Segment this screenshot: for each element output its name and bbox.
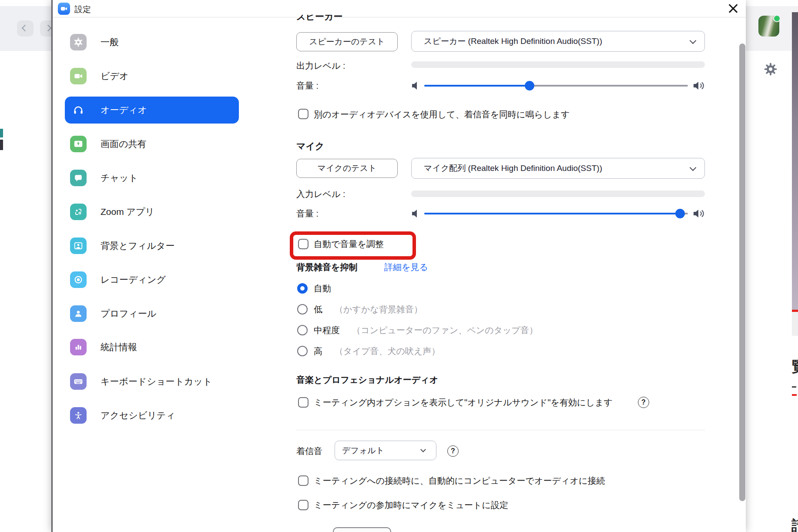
ringtone-value: デフォルト	[342, 445, 384, 456]
noise-option-low-radio[interactable]	[297, 304, 308, 315]
sidebar-item-label: アクセシビリティ	[101, 409, 175, 422]
noise-option-medium-radio[interactable]	[297, 325, 308, 335]
original-sound-checkbox[interactable]	[298, 397, 308, 408]
noise-option-auto-radio[interactable]	[297, 283, 308, 294]
sidebar-item-accessibility[interactable]: アクセシビリティ	[53, 398, 275, 432]
auto-adjust-volume-label: 自動で音量を調整	[314, 238, 384, 251]
sidebar-item-label: プロフィール	[101, 307, 156, 320]
original-sound-label: ミーティング内オプションを表示して"オリジナルサウンド"を有効にします	[314, 396, 613, 409]
sidebar-item-label: キーボードショートカット	[101, 375, 212, 388]
auto-join-audio-checkbox[interactable]	[298, 475, 308, 486]
help-icon[interactable]: ?	[447, 445, 459, 457]
noise-details-link[interactable]: 詳細を見る	[384, 261, 428, 274]
music-audio-heading: 音楽とプロフェショナルオーディオ	[296, 373, 438, 386]
background-window-edge	[792, 312, 798, 336]
sidebar-item-keyboard-shortcuts[interactable]: キーボードショートカット	[53, 365, 275, 398]
sidebar-item-label: チャット	[101, 171, 138, 184]
ring-both-devices-label: 別のオーディオデバイスを使用して、着信音を同時に鳴らします	[314, 108, 570, 121]
sidebar-item-recording[interactable]: レコーディング	[53, 263, 275, 297]
mute-on-join-checkbox[interactable]	[298, 500, 308, 510]
sidebar-item-label: Zoom アプリ	[101, 205, 154, 218]
noise-suppression-heading: 背景雑音を抑制	[296, 261, 357, 274]
mic-section-heading: マイク	[296, 140, 324, 153]
mic-max-icon	[693, 209, 705, 218]
speaker-device-dropdown[interactable]: スピーカー (Realtek High Definition Audio(SST…	[411, 31, 705, 52]
noise-option-high[interactable]: 高 （タイプ音、犬の吠え声）	[314, 345, 440, 358]
mic-test-button[interactable]: マイクのテスト	[296, 159, 398, 178]
mic-device-dropdown[interactable]: マイク配列 (Realtek High Definition Audio(SST…	[411, 158, 705, 179]
sidebar-item-label: レコーディング	[101, 273, 166, 286]
back-button[interactable]	[17, 20, 34, 37]
bar-chart-icon	[70, 339, 87, 355]
background-person-icon	[70, 238, 87, 254]
ringtone-label: 着信音	[296, 445, 322, 458]
speaker-volume-fill	[424, 85, 530, 87]
background-text-fragment: 覧	[791, 357, 798, 374]
chat-bubble-icon	[70, 170, 87, 186]
speaker-volume-slider[interactable]	[424, 85, 688, 87]
person-icon	[70, 305, 87, 322]
sidebar-item-label: ビデオ	[101, 70, 128, 83]
auto-adjust-volume-checkbox[interactable]	[298, 239, 308, 249]
sidebar-item-label: 画面の共有	[101, 137, 147, 151]
ring-both-devices-checkbox[interactable]	[298, 109, 308, 119]
sidebar-item-general[interactable]: 一般	[53, 25, 275, 59]
mic-min-icon	[412, 209, 420, 218]
sidebar-item-profile[interactable]: プロフィール	[53, 297, 275, 331]
mic-volume-label: 音量 :	[296, 207, 319, 220]
speaker-max-icon	[693, 81, 705, 90]
headphones-icon	[70, 102, 87, 118]
sidebar-item-audio[interactable]: オーディオ	[53, 93, 275, 127]
ringtone-dropdown[interactable]: デフォルト	[335, 441, 436, 460]
advanced-button-partial[interactable]	[333, 527, 391, 532]
section-divider	[296, 430, 705, 430]
noise-option-medium[interactable]: 中程度 （コンピューターのファン、ペンのタップ音）	[314, 324, 538, 337]
sidebar-item-label: オーディオ	[101, 104, 147, 117]
chevron-right-icon	[45, 25, 52, 32]
keyboard-icon	[70, 373, 87, 390]
video-camera-icon	[70, 68, 87, 84]
sidebar-item-label: 一般	[101, 36, 119, 49]
dialog-title: 設定	[74, 4, 91, 15]
noise-option-auto[interactable]: 自動	[314, 282, 343, 295]
sidebar-item-zoom-apps[interactable]: Zoom アプリ	[53, 195, 275, 229]
noise-option-high-radio[interactable]	[297, 346, 308, 356]
speaker-min-icon	[412, 81, 420, 90]
zoom-apps-icon	[70, 204, 87, 220]
speaker-device-value: スピーカー (Realtek High Definition Audio(SST…	[424, 36, 602, 47]
output-level-label: 出力レベル :	[296, 59, 345, 72]
noise-option-low[interactable]: 低 （かすかな背景雑音）	[314, 303, 422, 316]
background-text-fragment	[792, 386, 796, 388]
screen-share-icon	[70, 136, 87, 152]
scrollbar-thumb[interactable]	[739, 43, 745, 501]
background-zoom-window	[745, 0, 798, 532]
speaker-volume-label: 音量 :	[296, 79, 319, 92]
auto-join-audio-label: ミーティングへの接続時に、自動的にコンピューターでオーディオに接続	[314, 474, 605, 487]
input-level-meter	[411, 191, 705, 197]
chevron-down-icon	[690, 164, 697, 171]
sidebar-item-chat[interactable]: チャット	[53, 161, 275, 195]
mute-on-join-label: ミーティングの参加時にマイクをミュートに設定	[314, 499, 508, 512]
chevron-left-icon	[22, 25, 29, 32]
speaker-test-button[interactable]: スピーカーのテスト	[296, 32, 398, 51]
mic-volume-fill	[424, 213, 680, 214]
sidebar-item-video[interactable]: ビデオ	[53, 59, 275, 93]
sidebar-item-screen-share[interactable]: 画面の共有	[53, 127, 275, 161]
speaker-section-heading: スピーカー	[296, 15, 427, 22]
help-icon[interactable]: ?	[638, 397, 649, 408]
settings-gear-icon[interactable]	[764, 62, 778, 76]
sidebar-item-statistics[interactable]: 統計情報	[53, 331, 275, 365]
background-red-border-fragment	[792, 394, 797, 396]
sidebar-item-label: 背景とフィルター	[101, 239, 174, 252]
input-level-label: 入力レベル :	[296, 187, 345, 201]
status-indicator	[773, 15, 781, 22]
sidebar-item-background-filters[interactable]: 背景とフィルター	[53, 229, 275, 263]
accessibility-icon	[70, 407, 87, 424]
mic-volume-slider[interactable]	[424, 213, 688, 214]
mic-volume-handle[interactable]	[675, 209, 685, 218]
close-button[interactable]	[726, 2, 740, 16]
gear-icon	[70, 34, 87, 50]
background-window-edge	[792, 12, 798, 310]
speaker-volume-handle[interactable]	[525, 81, 534, 90]
record-icon	[70, 271, 87, 288]
